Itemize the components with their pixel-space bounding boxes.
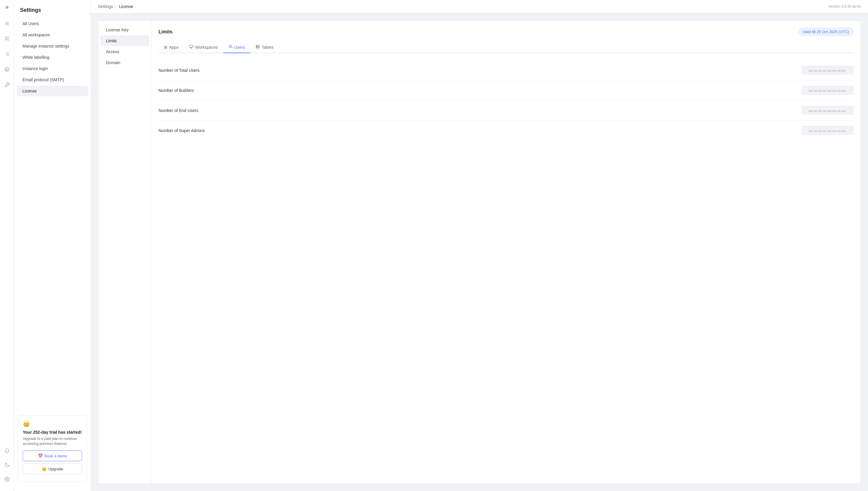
upgrade-button[interactable]: 👑 Upgrade: [23, 464, 82, 474]
limits-tabs: ⊞ Apps Workspaces: [159, 42, 854, 53]
user-stats-list: Number of Total Users ▬▬▬▬▬▬▬▬ Number of…: [159, 60, 854, 140]
total-users-label: Number of Total Users: [159, 68, 199, 73]
super-admins-value: ▬▬▬▬▬▬▬▬: [802, 126, 854, 135]
moon-icon[interactable]: [2, 460, 12, 470]
sidebar-item-license[interactable]: License: [17, 86, 88, 96]
tab-tables[interactable]: Tables: [250, 42, 279, 53]
users-tab-icon: [228, 45, 232, 50]
main-content: Settings › License Version 3.0.35-ee-lts…: [91, 0, 868, 491]
sidebar-item-instance-login[interactable]: Instance login: [17, 63, 88, 74]
content-area: License Key Limits Access Domain Limits …: [91, 13, 868, 491]
license-right-content: Limits Valid till 20 Oct 2025 (UTC) ⊞ Ap…: [151, 21, 861, 484]
sidebar-item-all-users[interactable]: All Users: [17, 18, 88, 29]
svg-marker-7: [5, 67, 9, 70]
breadcrumb-chevron: ›: [116, 4, 117, 9]
license-panel: License Key Limits Access Domain Limits …: [98, 20, 861, 484]
workspaces-tab-icon: [189, 45, 193, 50]
sidebar-nav: All Users All workspaces Manage instance…: [14, 18, 91, 411]
icon-bar-bottom: [2, 446, 12, 487]
sidebar-item-all-workspaces[interactable]: All workspaces: [17, 30, 88, 40]
apps-tab-label: Apps: [169, 45, 179, 50]
tools-icon[interactable]: [2, 80, 12, 89]
bell-icon[interactable]: [2, 446, 12, 456]
trial-card: 👑 Your 252-day trial has started! Upgrad…: [18, 415, 87, 482]
breadcrumb-bar: Settings › License Version 3.0.35-ee-lts: [91, 0, 868, 13]
upgrade-label: Upgrade: [49, 467, 63, 471]
end-users-label: Number of End Users: [159, 108, 198, 113]
svg-point-8: [6, 479, 8, 480]
version-label: Version 3.0.35-ee-lts: [829, 4, 861, 8]
layers-icon[interactable]: [2, 65, 12, 74]
users-icon[interactable]: [2, 34, 12, 44]
app-logo[interactable]: »: [5, 4, 8, 10]
sidebar-item-manage-instance[interactable]: Manage instance settings: [17, 41, 88, 51]
total-users-value: ▬▬▬▬▬▬▬▬: [802, 65, 854, 75]
end-users-value: ▬▬▬▬▬▬▬▬: [802, 106, 854, 115]
list-icon[interactable]: [2, 49, 12, 59]
license-content-header: Limits Valid till 20 Oct 2025 (UTC): [159, 28, 854, 36]
settings-icon[interactable]: [2, 474, 12, 484]
upgrade-icon: 👑: [42, 466, 46, 471]
builders-label: Number of Builders: [159, 88, 194, 93]
tab-workspaces[interactable]: Workspaces: [184, 42, 223, 53]
svg-point-12: [229, 45, 231, 47]
svg-point-0: [5, 37, 7, 38]
breadcrumb: Settings › License: [98, 4, 133, 9]
sidebar: Settings All Users All workspaces Manage…: [14, 0, 91, 491]
limits-title: Limits: [159, 29, 173, 34]
grid-icon[interactable]: ⊞: [2, 19, 12, 28]
tables-tab-icon: [256, 45, 260, 50]
license-nav-domain[interactable]: Domain: [100, 57, 149, 68]
license-nav: License Key Limits Access Domain: [98, 21, 151, 484]
tab-users[interactable]: Users: [223, 42, 251, 53]
apps-tab-icon: ⊞: [164, 45, 167, 50]
tables-tab-label: Tables: [261, 45, 273, 50]
svg-rect-9: [190, 45, 193, 48]
workspaces-tab-label: Workspaces: [195, 45, 218, 50]
builders-value: ▬▬▬▬▬▬▬▬: [802, 86, 854, 95]
license-nav-license-key[interactable]: License Key: [100, 25, 149, 35]
sidebar-title: Settings: [14, 5, 91, 18]
tab-apps[interactable]: ⊞ Apps: [159, 42, 184, 53]
license-nav-limits[interactable]: Limits: [100, 35, 149, 46]
trial-title: Your 252-day trial has started!: [23, 430, 82, 435]
sidebar-item-email-protocol[interactable]: Email protocol (SMTP): [17, 75, 88, 85]
book-demo-icon: 📅: [38, 454, 43, 458]
stat-row-total-users: Number of Total Users ▬▬▬▬▬▬▬▬: [159, 60, 854, 80]
trial-description: Upgrade to a paid plan to continue acces…: [23, 436, 82, 446]
valid-badge: Valid till 20 Oct 2025 (UTC): [798, 28, 854, 36]
breadcrumb-parent[interactable]: Settings: [98, 4, 113, 9]
stat-row-builders: Number of Builders ▬▬▬▬▬▬▬▬: [159, 80, 854, 100]
super-admins-label: Number of Super Admins: [159, 128, 205, 133]
breadcrumb-current: License: [119, 4, 133, 9]
license-nav-access[interactable]: Access: [100, 47, 149, 57]
book-demo-label: Book a demo: [44, 454, 67, 458]
icon-bar: » ⊞: [0, 0, 14, 491]
svg-rect-13: [256, 45, 259, 49]
stat-row-end-users: Number of End Users ▬▬▬▬▬▬▬▬: [159, 100, 854, 120]
stat-row-super-admins: Number of Super Admins ▬▬▬▬▬▬▬▬: [159, 120, 854, 140]
trial-crown-icon: 👑: [23, 421, 82, 428]
book-demo-button[interactable]: 📅 Book a demo: [23, 451, 82, 461]
sidebar-item-white-labelling[interactable]: White labelling: [17, 52, 88, 63]
users-tab-label: Users: [235, 45, 245, 50]
